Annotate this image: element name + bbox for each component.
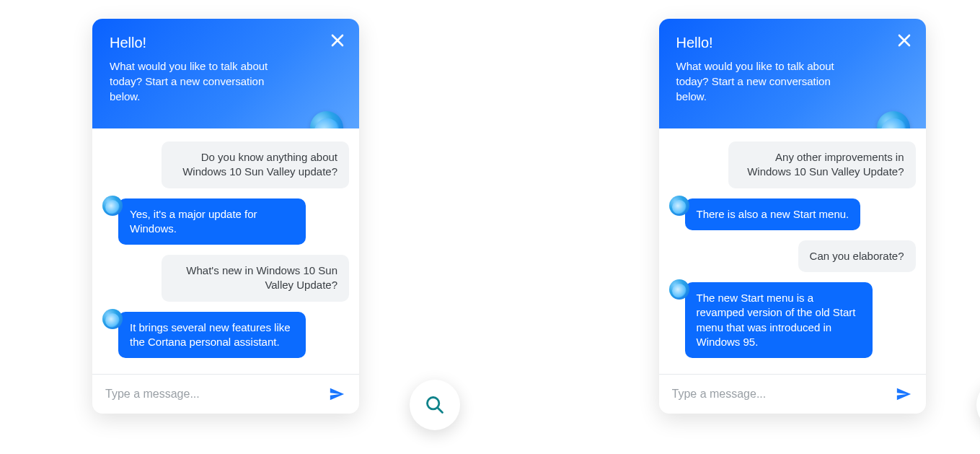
search-icon bbox=[425, 395, 445, 415]
chat-header: Hello! What would you like to talk about… bbox=[659, 19, 926, 128]
message-row: The new Start menu is a revamped version… bbox=[669, 282, 916, 358]
close-icon bbox=[897, 33, 911, 48]
bot-avatar-icon bbox=[669, 279, 689, 300]
chat-title: Hello! bbox=[676, 35, 909, 51]
user-message: Do you know anything about Windows 10 Su… bbox=[162, 141, 349, 188]
search-fab[interactable] bbox=[410, 380, 460, 430]
user-message: Any other improvements in Windows 10 Sun… bbox=[728, 141, 916, 188]
close-button[interactable] bbox=[896, 32, 913, 49]
search-fab[interactable] bbox=[976, 380, 981, 430]
send-icon bbox=[329, 386, 345, 402]
message-row: Can you elaborate? bbox=[669, 240, 916, 272]
bot-message: Yes, it's a major update for Windows. bbox=[118, 198, 306, 245]
chat-window: Hello! What would you like to talk about… bbox=[92, 19, 359, 414]
chat-header: Hello! What would you like to talk about… bbox=[92, 19, 359, 128]
chat-input-bar bbox=[659, 374, 926, 414]
chat-subtitle: What would you like to talk about today?… bbox=[110, 58, 297, 104]
page-stage: Hello! What would you like to talk about… bbox=[0, 0, 980, 414]
message-input[interactable] bbox=[672, 388, 887, 401]
user-message: Can you elaborate? bbox=[798, 240, 916, 272]
chat-title: Hello! bbox=[110, 35, 342, 51]
message-row: Do you know anything about Windows 10 Su… bbox=[102, 141, 349, 188]
chat-subtitle: What would you like to talk about today?… bbox=[676, 58, 864, 104]
bot-message: The new Start menu is a revamped version… bbox=[685, 282, 873, 358]
message-row: There is also a new Start menu. bbox=[669, 198, 916, 230]
bot-avatar-icon bbox=[669, 196, 689, 216]
message-input[interactable] bbox=[105, 388, 320, 401]
send-icon bbox=[896, 386, 911, 402]
user-message: What's new in Windows 10 Sun Valley Upda… bbox=[162, 255, 349, 302]
svg-line-1 bbox=[438, 408, 443, 413]
close-icon bbox=[330, 33, 345, 48]
chat-body[interactable]: Any other improvements in Windows 10 Sun… bbox=[659, 128, 926, 374]
chat-input-bar bbox=[92, 374, 359, 414]
send-button[interactable] bbox=[894, 385, 913, 403]
message-row: Yes, it's a major update for Windows. bbox=[102, 198, 349, 245]
bot-avatar-icon bbox=[102, 196, 123, 216]
chat-window: Hello! What would you like to talk about… bbox=[659, 19, 926, 414]
bot-message: It brings several new features like the … bbox=[118, 312, 306, 359]
message-row: Any other improvements in Windows 10 Sun… bbox=[669, 141, 916, 188]
chat-column-2: Hello! What would you like to talk about… bbox=[659, 19, 981, 414]
bot-avatar-icon bbox=[102, 309, 123, 329]
send-button[interactable] bbox=[327, 385, 346, 403]
close-button[interactable] bbox=[329, 32, 346, 49]
message-row: What's new in Windows 10 Sun Valley Upda… bbox=[102, 255, 349, 302]
chat-body[interactable]: Do you know anything about Windows 10 Su… bbox=[92, 128, 359, 374]
message-row: It brings several new features like the … bbox=[102, 312, 349, 359]
bot-message: There is also a new Start menu. bbox=[685, 198, 861, 230]
chat-column-1: Hello! What would you like to talk about… bbox=[92, 19, 414, 414]
